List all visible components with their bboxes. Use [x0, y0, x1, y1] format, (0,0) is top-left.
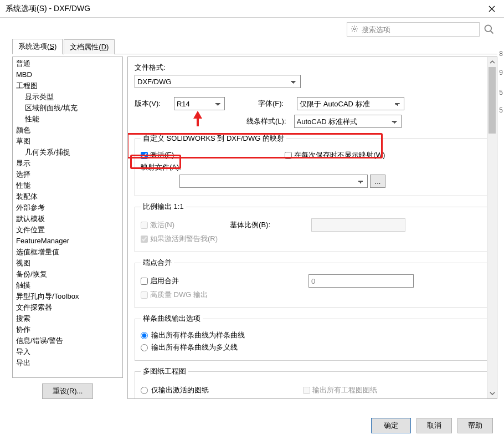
tree-item[interactable]: 备份/恢复 [13, 269, 122, 280]
close-icon [488, 6, 495, 12]
reset-button[interactable]: 重设(R)... [42, 383, 94, 399]
mapping-group: 自定义 SOLIDWORKS 到 DXF/DWG 的映射 激活(E) 在每次保存… [135, 134, 490, 196]
version-label: 版本(V): [135, 99, 161, 109]
tab-document-properties[interactable]: 文档属性(D) [64, 39, 115, 54]
search-button[interactable] [481, 22, 497, 37]
tree-item[interactable]: 外部参考 [13, 202, 122, 213]
cancel-button[interactable]: 取消 [416, 418, 452, 433]
scale-base-select[interactable] [311, 218, 405, 232]
tree-item[interactable]: 信息/错误/警告 [13, 335, 122, 346]
tree-item[interactable]: 颜色 [13, 125, 122, 136]
font-select[interactable]: 仅限于 AutoCAD 标准 [297, 97, 404, 110]
multisheet-opt1-input[interactable] [141, 387, 148, 394]
tree-item[interactable]: 显示 [13, 158, 122, 169]
tree-item[interactable]: 工程图 [13, 80, 122, 91]
search-box[interactable] [347, 22, 480, 37]
activate-checkbox-input[interactable] [141, 152, 148, 159]
spline-opt2-input[interactable] [141, 344, 148, 351]
tree-item[interactable]: 文件探索器 [13, 302, 122, 313]
main-split: 普通 MBD 工程图 显示类型 区域剖面线/填充 性能 颜色 草图 几何关系/捕… [12, 57, 497, 399]
tab-hotkey: D [101, 43, 106, 51]
tree-item[interactable]: 选择 [13, 169, 122, 180]
tree-item[interactable]: 默认模板 [13, 213, 122, 224]
endpoint-value-input[interactable] [308, 274, 414, 288]
tree-item[interactable]: 导出 [13, 357, 122, 369]
vertical-scrollbar[interactable] [487, 57, 497, 398]
search-input[interactable] [347, 23, 479, 35]
font-label: 字体(F): [258, 99, 284, 109]
tree-item[interactable]: 搜索 [13, 313, 122, 324]
tree-item[interactable]: 性能 [13, 114, 122, 125]
scale-row1: 激活(N) 基体比例(B): [141, 218, 484, 232]
linestyle-row: 线条样式(L): AutoCAD 标准样式 [135, 115, 490, 128]
ok-button[interactable]: 确定 [371, 418, 411, 433]
browse-button[interactable]: ... [370, 175, 385, 188]
tree-item[interactable]: FeatureManager [13, 236, 122, 247]
tree-item[interactable]: MBD [13, 69, 122, 80]
mapping-checks-row: 激活(E) 在每次保存时不显示映射(W) [141, 150, 484, 160]
tree-item[interactable]: 视图 [13, 258, 122, 269]
mapping-file-row: 映射文件(A): [141, 162, 484, 172]
linestyle-select[interactable]: AutoCAD 标准样式 [294, 115, 402, 128]
scale-activate-input[interactable] [141, 222, 148, 229]
tree-item[interactable]: 文件位置 [13, 224, 122, 236]
mapping-file-select[interactable] [179, 175, 368, 188]
version-select[interactable]: R14 [174, 97, 225, 110]
fileformat-row: 文件格式: [135, 63, 490, 73]
scale-activate-checkbox[interactable]: 激活(N) [141, 220, 174, 230]
noshow-checkbox-input[interactable] [285, 152, 292, 159]
category-tree[interactable]: 普通 MBD 工程图 显示类型 区域剖面线/填充 性能 颜色 草图 几何关系/捕… [12, 57, 123, 378]
tree-item[interactable]: 协作 [13, 324, 122, 335]
endpoint-hq-checkbox[interactable]: 高质量 DWG 输出 [141, 290, 208, 300]
reset-row: 重设(R)... [12, 378, 123, 399]
spline-opt1-radio[interactable]: 输出所有样条曲线为样条曲线 [141, 330, 484, 340]
endpoint-hq-input[interactable] [141, 291, 148, 299]
multisheet-chk-input[interactable] [303, 387, 310, 394]
scroll-thumb[interactable] [488, 67, 496, 134]
spline-opt2-label: 输出所有样条曲线为多义线 [151, 342, 238, 352]
spline-opt2-radio[interactable]: 输出所有样条曲线为多义线 [141, 342, 484, 352]
tree-item[interactable]: 选值框增量值 [13, 247, 122, 258]
tree-item[interactable]: 草图 [13, 136, 122, 147]
endpoint-enable-checkbox[interactable]: 启用合并 [141, 276, 179, 286]
tree-item[interactable]: 异型孔向导/Toolbox [13, 291, 122, 302]
title-bar: 系统选项(S) - DXF/DWG [0, 0, 504, 18]
multisheet-opt1-radio[interactable]: 仅输出激活的图纸 [141, 385, 209, 395]
dialog-footer: 确定 取消 帮助 [371, 418, 493, 433]
scroll-down-button[interactable] [487, 388, 497, 398]
scale-group: 比例输出 1:1 激活(N) 基体比例(B): [135, 202, 490, 252]
multisheet-opt1-label: 仅输出激活的图纸 [151, 385, 209, 395]
right-pane: 文件格式: DXF/DWG 版本(V): R14 字体(F): 仅限于 Auto… [127, 57, 497, 399]
bg-number: 5 [499, 106, 503, 114]
endpoint-enable-label: 启用合并 [150, 276, 179, 286]
endpoint-enable-input[interactable] [141, 278, 148, 285]
tree-item[interactable]: 性能 [13, 180, 122, 191]
tree-item[interactable]: 几何关系/捕捉 [13, 147, 122, 158]
tree-item[interactable]: 导入 [13, 346, 122, 357]
tree-item[interactable]: 装配体 [13, 191, 122, 202]
scroll-up-button[interactable] [487, 57, 497, 67]
multisheet-chk[interactable]: 输出所有工程图图纸 [303, 385, 377, 395]
bg-number: 9 [499, 69, 503, 76]
tree-item[interactable]: 触摸 [13, 280, 122, 291]
close-button[interactable] [480, 0, 504, 18]
help-button[interactable]: 帮助 [457, 418, 493, 433]
activate-checkbox[interactable]: 激活(E) [141, 150, 174, 160]
tab-label-end: ) [54, 42, 56, 50]
scale-warn-input[interactable] [141, 236, 148, 243]
svg-point-1 [485, 25, 492, 32]
tree-item[interactable]: 区域剖面线/填充 [13, 103, 122, 114]
tree-item[interactable]: 普通 [13, 58, 122, 69]
fileformat-select[interactable]: DXF/DWG [135, 75, 301, 88]
tab-system-options[interactable]: 系统选项(S) [12, 39, 63, 54]
left-pane: 普通 MBD 工程图 显示类型 区域剖面线/填充 性能 颜色 草图 几何关系/捕… [12, 57, 123, 399]
scale-warn-checkbox[interactable]: 如果激活则警告我(R) [141, 234, 218, 244]
tab-hotkey: S [49, 42, 54, 50]
spline-opt1-label: 输出所有样条曲线为样条曲线 [151, 330, 245, 340]
fileformat-label: 文件格式: [135, 63, 166, 73]
spline-opt1-input[interactable] [141, 332, 148, 339]
tree-item[interactable]: 显示类型 [13, 91, 122, 103]
noshow-checkbox[interactable]: 在每次保存时不显示映射(W) [285, 150, 385, 160]
multisheet-row: 仅输出激活的图纸 输出所有工程图图纸 [141, 383, 484, 397]
activate-checkbox-label: 激活(E) [150, 150, 174, 160]
